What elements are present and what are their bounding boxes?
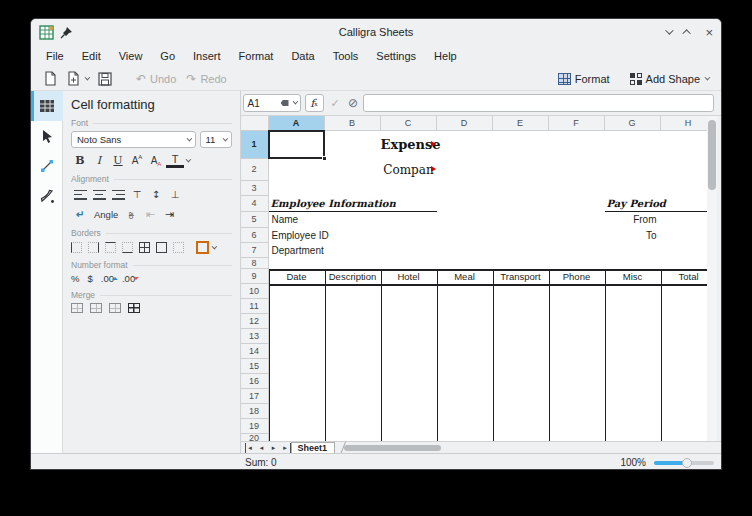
increase-indent-button[interactable]: ⇥	[160, 207, 178, 222]
cell-G5[interactable]: From	[605, 212, 661, 228]
cell-C9[interactable]: Hotel	[381, 269, 437, 284]
text-color-dropdown-icon[interactable]	[186, 156, 192, 162]
border-outline-button[interactable]	[156, 242, 167, 253]
menu-data[interactable]: Data	[282, 47, 323, 65]
row-header-3[interactable]: 3	[241, 181, 269, 196]
cell-A6[interactable]: Employee ID	[269, 228, 325, 243]
formula-input[interactable]	[363, 94, 714, 112]
cell-G6[interactable]: To	[605, 228, 661, 243]
first-sheet-button[interactable]: ◂	[245, 443, 255, 453]
border-right-button[interactable]	[88, 242, 99, 253]
menu-help[interactable]: Help	[425, 47, 466, 65]
border-color-dropdown-icon[interactable]	[212, 243, 218, 249]
cell-F9[interactable]: Phone	[549, 269, 605, 284]
cell-H9[interactable]: Total	[661, 269, 707, 284]
underline-button[interactable]: U	[109, 153, 127, 168]
currency-format-button[interactable]: $	[87, 273, 92, 284]
row-header-9[interactable]: 9	[241, 269, 269, 284]
cancel-formula-button[interactable]: ⊘	[346, 94, 361, 112]
format-button[interactable]: Format	[553, 71, 615, 87]
save-button[interactable]	[93, 70, 117, 88]
menu-go[interactable]: Go	[151, 47, 184, 65]
vertical-scrollbar-thumb[interactable]	[708, 120, 716, 190]
align-bottom-button[interactable]: ⊥	[166, 187, 184, 202]
border-top-button[interactable]	[105, 242, 116, 253]
zoom-slider-thumb[interactable]	[682, 458, 692, 468]
border-bottom-button[interactable]	[122, 242, 133, 253]
font-family-select[interactable]: Noto Sans	[71, 131, 196, 148]
row-header-11[interactable]: 11	[241, 299, 269, 314]
column-header-h[interactable]: H	[661, 116, 707, 131]
previous-sheet-button[interactable]: ◂	[257, 443, 267, 453]
increase-precision-button[interactable]: .00	[101, 273, 114, 284]
column-header-d[interactable]: D	[437, 116, 493, 131]
wrap-text-button[interactable]: ↵	[71, 207, 89, 222]
border-color-button[interactable]	[196, 241, 209, 254]
row-header-19[interactable]: 19	[241, 419, 269, 434]
redo-button[interactable]: ↷ Redo	[181, 71, 231, 87]
row-header-10[interactable]: 10	[241, 284, 269, 299]
menu-settings[interactable]: Settings	[367, 47, 425, 65]
merge-cells-button[interactable]	[71, 303, 83, 313]
row-header-16[interactable]: 16	[241, 374, 269, 389]
row-header-14[interactable]: 14	[241, 344, 269, 359]
cell-C2[interactable]: Compan	[381, 159, 437, 181]
row-header-13[interactable]: 13	[241, 329, 269, 344]
selection-tool-button[interactable]	[31, 121, 63, 151]
new-document-button[interactable]	[39, 69, 62, 88]
superscript-button[interactable]: A	[128, 153, 146, 168]
row-header-12[interactable]: 12	[241, 314, 269, 329]
column-header-b[interactable]: B	[325, 116, 381, 131]
row-header-20[interactable]: 20	[241, 434, 269, 441]
last-sheet-button[interactable]: ▸	[281, 443, 291, 453]
row-header-15[interactable]: 15	[241, 359, 269, 374]
merge-horizontal-button[interactable]	[90, 303, 102, 313]
italic-button[interactable]: I	[90, 153, 108, 168]
cell-D9[interactable]: Meal	[437, 269, 493, 284]
bold-button[interactable]: B	[71, 153, 89, 168]
cell-A5[interactable]: Name	[269, 212, 325, 228]
menu-file[interactable]: File	[37, 47, 73, 65]
align-middle-button[interactable]: ↕	[147, 187, 165, 202]
vertical-scrollbar[interactable]	[707, 116, 717, 441]
connector-tool-button[interactable]	[31, 151, 63, 181]
row-header-1[interactable]: 1	[241, 131, 269, 159]
unmerge-cells-button[interactable]	[128, 303, 140, 313]
row-header-4[interactable]: 4	[241, 196, 269, 212]
text-color-button[interactable]: T	[166, 153, 184, 168]
close-button[interactable]: ×	[705, 26, 713, 39]
cell-tool-button[interactable]	[31, 91, 63, 121]
insert-function-button[interactable]: fx	[305, 94, 324, 112]
open-document-button[interactable]	[62, 69, 93, 88]
align-left-button[interactable]	[71, 187, 89, 202]
decrease-indent-button[interactable]: ⇤	[141, 207, 159, 222]
border-none-button[interactable]	[173, 242, 184, 253]
font-size-select[interactable]: 11	[200, 131, 232, 148]
percent-format-button[interactable]: %	[71, 273, 79, 284]
row-header-17[interactable]: 17	[241, 389, 269, 404]
border-all-button[interactable]	[139, 242, 150, 253]
cell-C1[interactable]: Expense	[381, 131, 437, 159]
column-header-f[interactable]: F	[549, 116, 605, 131]
row-header-8[interactable]: 8	[241, 258, 269, 269]
align-right-button[interactable]	[109, 187, 127, 202]
row-header-18[interactable]: 18	[241, 404, 269, 419]
cell-A4[interactable]: Employee Information	[269, 196, 325, 212]
selection-handle[interactable]	[322, 156, 327, 161]
next-sheet-button[interactable]: ▸	[269, 443, 279, 453]
subscript-button[interactable]: A	[147, 153, 165, 168]
horizontal-scrollbar-thumb[interactable]	[344, 445, 441, 451]
column-header-a[interactable]: A	[269, 116, 325, 131]
decrease-precision-button[interactable]: .00	[122, 273, 135, 284]
add-shape-button[interactable]: Add Shape	[625, 71, 713, 87]
undo-button[interactable]: ↶ Undo	[131, 71, 181, 87]
cell-reference-box[interactable]: A1	[243, 94, 301, 112]
titlebar[interactable]: Calligra Sheets ×	[31, 19, 721, 45]
menu-edit[interactable]: Edit	[73, 47, 110, 65]
row-header-6[interactable]: 6	[241, 228, 269, 243]
calligraphy-tool-button[interactable]	[31, 181, 63, 211]
cell-B9[interactable]: Description	[325, 269, 381, 284]
minimize-button[interactable]	[666, 26, 674, 34]
angle-button[interactable]: Angle	[90, 209, 122, 220]
cell-E9[interactable]: Transport	[493, 269, 549, 284]
